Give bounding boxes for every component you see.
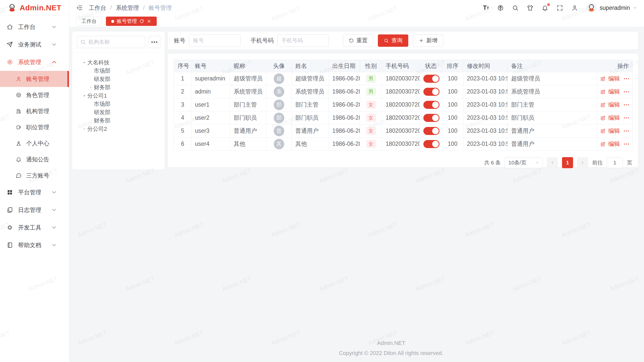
tree-node[interactable]: 分公司1 [74,92,163,100]
reset-button[interactable]: 重置 [343,34,373,47]
prev-page-button[interactable] [547,157,558,168]
more-actions-icon[interactable] [624,78,629,79]
tree-node[interactable]: 分公司2 [74,125,163,133]
tab-account-management[interactable]: 账号管理 [106,17,157,26]
table-header-row: 序号 账号 昵称 头像 姓名 出生日期 性别 手机号码 状态 排序 修改时间 备… [174,60,633,72]
breadcrumb-item[interactable]: 工作台 [89,4,106,12]
sidebar-item-label: 开发工具 [18,224,51,232]
tree-node[interactable]: 财务部 [74,116,163,125]
notification-icon[interactable] [542,5,548,11]
sidebar-item-business-test[interactable]: 业务测试 [0,36,69,53]
sidebar-item-notice[interactable]: 通知公告 [0,151,69,167]
profile-icon[interactable] [571,5,578,11]
edit-button[interactable]: 编辑 [608,127,620,135]
caret-expanded-icon[interactable] [83,61,86,64]
cell-name: 部门主管 [292,98,329,111]
cell-birthday: 1986-06-28 [329,124,360,138]
menu-fold-icon[interactable] [76,5,83,11]
edit-icon[interactable] [600,102,606,108]
more-actions-icon[interactable] [624,104,629,105]
cell-birthday: 1986-06-28 [329,85,360,98]
refresh-icon[interactable] [139,19,144,24]
table-row: 2 admin 系统管理员 系 系统管理员 1986-06-28 男 18020… [174,85,633,98]
sidebar-item-profile-center[interactable]: 个人中心 [0,135,69,151]
page-number-button[interactable]: 1 [562,157,573,168]
tree-toolbar [72,31,165,53]
cell-order: 100 [442,85,463,98]
edit-button[interactable]: 编辑 [608,88,620,96]
edit-button[interactable]: 编辑 [608,140,620,148]
next-page-button[interactable] [577,157,588,168]
more-actions-icon[interactable] [624,117,629,118]
col-name: 姓名 [292,60,329,72]
edit-icon[interactable] [600,89,606,95]
caret-collapsed-icon[interactable] [83,127,86,131]
theme-icon[interactable] [527,5,534,11]
status-toggle[interactable] [423,101,439,109]
account-input[interactable] [189,34,240,47]
cell-phone: 18020030720 [382,85,420,98]
sidebar-item-third-party-account[interactable]: 三方账号 [0,167,69,184]
font-size-icon[interactable]: TT [483,5,489,11]
page-size-select[interactable]: 10条/页 [505,157,543,168]
caret-expanded-icon[interactable] [83,94,86,98]
home-icon [7,24,13,30]
sidebar-item-help-docs[interactable]: 帮助文档 [0,236,69,254]
status-toggle[interactable] [423,88,439,96]
tree-node-label: 分公司1 [87,92,107,100]
fullscreen-icon[interactable] [556,5,563,11]
sidebar-item-position-management[interactable]: 职位管理 [0,119,69,135]
tree-node[interactable]: 大名科技 [74,58,163,67]
edit-icon[interactable] [600,76,606,81]
cell-birthday: 1986-06-28 [329,72,360,85]
tree-node[interactable]: 研发部 [74,108,163,116]
sidebar-item-role-management[interactable]: 角色管理 [0,87,69,103]
breadcrumb-item-current: 账号管理 [149,4,172,12]
edit-button[interactable]: 编辑 [608,114,620,122]
org-name-search-input[interactable] [77,36,145,48]
more-actions-icon[interactable] [624,130,629,131]
edit-icon[interactable] [600,115,606,121]
sidebar-item-dev-tools[interactable]: 开发工具 [0,219,69,236]
tree-node[interactable]: 财务部 [74,83,163,92]
edit-icon[interactable] [600,141,606,147]
query-button[interactable]: 查询 [378,34,408,47]
sidebar-item-workbench[interactable]: 工作台 [0,18,69,36]
breadcrumb-item[interactable]: 系统管理 [116,4,139,12]
tree-node-label: 财务部 [94,117,110,124]
search-icon[interactable] [512,5,519,11]
add-button[interactable]: 新增 [413,34,443,47]
more-actions-icon[interactable] [624,91,629,92]
tree-more-button[interactable] [148,36,160,48]
sidebar-item-label: 平台管理 [18,189,51,196]
user-menu[interactable]: superadmin [586,3,637,13]
chevron-down-icon [51,207,57,213]
cell-index: 1 [174,72,191,85]
sidebar-item-log-management[interactable]: 日志管理 [0,201,69,219]
sidebar-item-system-management[interactable]: 系统管理 [0,53,69,71]
more-actions-icon[interactable] [624,144,629,145]
notification-badge [547,3,550,6]
goto-label: 前往 [592,159,603,166]
status-toggle[interactable] [423,75,439,83]
tree-node[interactable]: 市场部 [74,100,163,108]
table-row: 1 superadmin 超级管理员 超 超级管理员 1986-06-28 男 … [174,72,633,85]
edit-button[interactable]: 编辑 [608,101,620,109]
goto-page-input[interactable] [607,157,623,168]
status-toggle[interactable] [423,114,439,122]
sidebar-item-platform-management[interactable]: 平台管理 [0,184,69,201]
tree-node[interactable]: 市场部 [74,67,163,75]
caret-collapsed-icon[interactable] [89,86,93,89]
sidebar-item-org-management[interactable]: 机构管理 [0,103,69,119]
close-icon[interactable] [147,19,151,24]
status-toggle[interactable] [423,127,439,135]
col-index: 序号 [174,60,191,72]
tree-node[interactable]: 研发部 [74,75,163,83]
tab-workbench[interactable]: 工作台 [76,17,102,26]
language-icon[interactable] [497,5,504,11]
edit-button[interactable]: 编辑 [608,75,620,82]
phone-input[interactable] [277,34,329,47]
edit-icon[interactable] [600,128,606,134]
status-toggle[interactable] [423,140,439,148]
sidebar-item-account-management[interactable]: 账号管理 [0,71,69,87]
